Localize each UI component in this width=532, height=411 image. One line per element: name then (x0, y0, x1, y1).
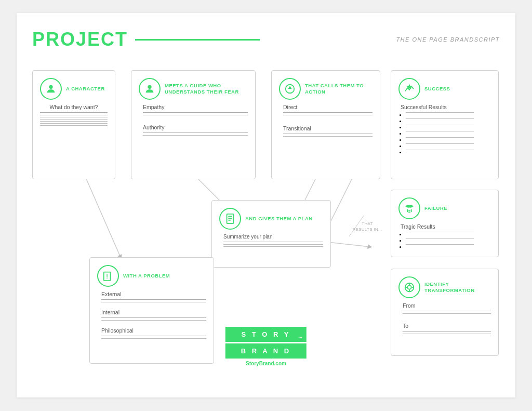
project-underline (135, 39, 260, 41)
character-line6 (40, 123, 108, 124)
transformation-header: IDENTIFY TRANSFORMATION (398, 276, 491, 298)
transformation-icon (398, 276, 420, 298)
svg-point-7 (49, 85, 52, 89)
empathy-line2 (143, 115, 248, 115)
ext-line2 (101, 302, 206, 302)
failure-results-label: Tragic Results (398, 223, 491, 230)
problem-title: WITH A PROBLEM (123, 273, 170, 279)
success-icon (398, 78, 420, 100)
transitional-label: Transitional (283, 125, 373, 131)
external-label: External (101, 291, 206, 297)
s-line4 (406, 131, 474, 131)
transformation-card: IDENTIFY TRANSFORMATION From To (391, 269, 499, 356)
page: PROJECT THE ONE PAGE BRANDSCRIPT A CH (17, 13, 515, 397)
trans-line2 (283, 136, 373, 137)
action-title: THAT CALLS THEM TO ACTION (305, 83, 373, 96)
success-title: SUCCESS (424, 86, 450, 92)
authority-line2 (143, 135, 248, 136)
direct-line1 (283, 112, 373, 113)
phil-line1 (101, 336, 206, 336)
from-line1 (403, 311, 491, 311)
plan-card: AND GIVES THEM A PLAN Summarize your pla… (211, 200, 331, 268)
s-line3 (406, 125, 474, 125)
success-header: SUCCESS (398, 78, 491, 100)
authority-label: Authority (143, 124, 248, 130)
story-label: S T O R Y (242, 330, 291, 338)
action-header: THAT CALLS THEM TO ACTION (279, 78, 373, 100)
project-title: PROJECT (32, 29, 260, 50)
character-card: A CHARACTER What do they want? (32, 70, 115, 179)
success-card: SUCCESS Successful Results (391, 70, 499, 179)
plan-line3 (223, 246, 323, 247)
tm-label: ™ (298, 336, 304, 341)
f-line3 (406, 244, 474, 245)
failure-card: FAILURE Tragic Results (391, 190, 499, 257)
ext-line1 (101, 299, 206, 300)
problem-header: ! WITH A PROBLEM (97, 265, 206, 287)
from-label: From (403, 302, 491, 309)
character-icon (40, 78, 62, 100)
guide-card: MEETS A GUIDE WHO UNDERSTANDS THEIR FEAR… (131, 70, 256, 179)
project-label: PROJECT (32, 29, 128, 50)
empathy-line1 (143, 112, 248, 113)
f-line2 (406, 238, 474, 238)
direct-line2 (283, 115, 373, 115)
internal-label: Internal (101, 309, 206, 315)
trans-line1 (283, 134, 373, 134)
guide-icon (139, 78, 161, 100)
authority-line1 (143, 132, 248, 133)
plan-title: AND GIVES THEM A PLAN (245, 216, 313, 222)
character-line2 (40, 115, 108, 115)
character-line7 (40, 125, 108, 126)
plan-icon (219, 208, 241, 230)
character-line4 (40, 119, 108, 120)
brandscript-label: THE ONE PAGE BRANDSCRIPT (396, 36, 500, 43)
guide-header: MEETS A GUIDE WHO UNDERSTANDS THEIR FEAR (139, 78, 248, 100)
to-label: To (403, 323, 491, 329)
to-line2 (403, 334, 491, 334)
action-card: THAT CALLS THEM TO ACTION Direct Transit… (271, 70, 380, 179)
transformation-title: IDENTIFY TRANSFORMATION (424, 281, 491, 294)
failure-header: FAILURE (398, 197, 491, 219)
storybrand-url: StoryBrand.com (225, 361, 307, 366)
that-results-label: THAT RESULTS IN... (352, 221, 383, 232)
problem-card: ! WITH A PROBLEM External Internal Philo… (89, 257, 214, 364)
success-bullets (398, 112, 491, 155)
failure-title: FAILURE (424, 205, 447, 211)
s-line5 (406, 137, 474, 138)
to-line1 (403, 331, 491, 332)
direct-label: Direct (283, 104, 373, 110)
philosophical-label: Philosophical (101, 327, 206, 334)
svg-line-1 (84, 174, 121, 257)
empathy-label: Empathy (143, 104, 248, 110)
failure-bullets (398, 232, 491, 249)
phil-line2 (101, 338, 206, 339)
guide-title: MEETS A GUIDE WHO UNDERSTANDS THEIR FEAR (165, 83, 248, 96)
svg-point-8 (148, 85, 151, 89)
character-line1 (40, 112, 108, 113)
s-line1 (406, 112, 474, 113)
storybrand-logo: S T O R Y ™ B R A N D StoryBrand.com (225, 327, 307, 366)
int-line1 (101, 317, 206, 318)
character-title: A CHARACTER (66, 86, 105, 92)
action-icon (279, 78, 301, 100)
from-line2 (403, 313, 491, 314)
header: PROJECT THE ONE PAGE BRANDSCRIPT (32, 29, 500, 50)
int-line2 (101, 320, 206, 321)
character-line3 (40, 117, 108, 117)
character-header: A CHARACTER (40, 78, 108, 100)
plan-line1 (223, 242, 323, 242)
svg-text:!: ! (106, 273, 108, 280)
svg-point-18 (407, 285, 411, 289)
s-line2 (406, 118, 474, 119)
failure-icon (398, 197, 420, 219)
s-line7 (406, 150, 474, 150)
success-results-label: Successful Results (398, 104, 491, 110)
plan-header: AND GIVES THEM A PLAN (219, 208, 323, 230)
character-question: What do they want? (40, 104, 108, 110)
f-line1 (406, 232, 474, 232)
plan-line2 (223, 244, 323, 245)
problem-icon: ! (97, 265, 119, 287)
s-line6 (406, 143, 474, 144)
brand-label: B R A N D (241, 347, 291, 355)
